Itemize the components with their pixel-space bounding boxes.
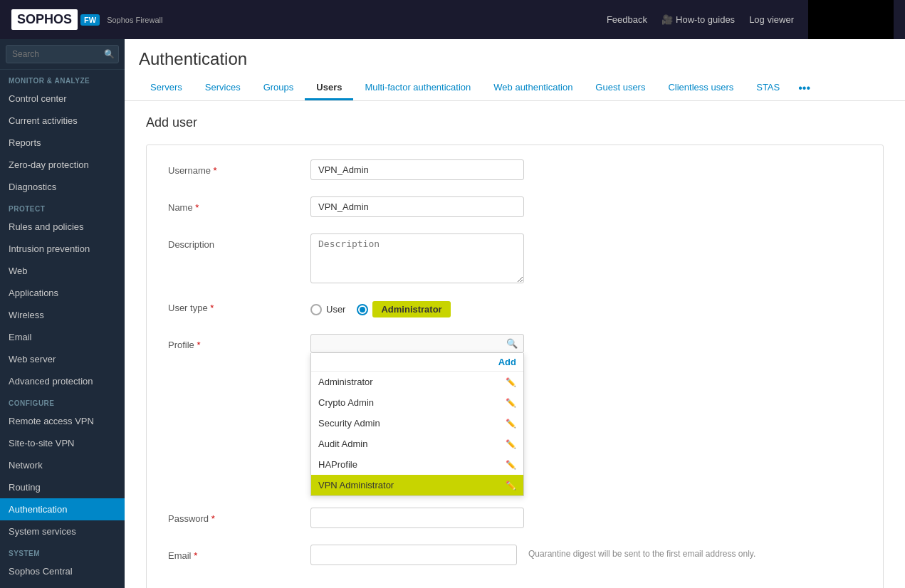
sophos-logo: SOPHOS (11, 9, 78, 30)
description-label: Description (168, 233, 310, 250)
policies-row: Policies (168, 582, 862, 588)
logo-subtitle: Sophos Firewall (107, 16, 162, 24)
tab-guest-users[interactable]: Guest users (584, 76, 656, 100)
username-input[interactable] (310, 159, 524, 180)
radio-group: User Administrator (310, 297, 862, 317)
form-card: Username Name (146, 145, 884, 588)
name-control (310, 196, 524, 217)
fw-badge: FW (80, 14, 100, 26)
profile-search-icon: 🔍 (506, 338, 518, 349)
profile-list: Add Administrator ✏️ Crypto Admin ✏️ (310, 353, 524, 496)
edit-icon-security-admin[interactable]: ✏️ (506, 419, 516, 429)
password-row: Password (168, 508, 862, 533)
profile-item-audit-admin[interactable]: Audit Admin ✏️ (311, 434, 523, 454)
edit-icon-vpn-admin[interactable]: ✏️ (506, 481, 516, 490)
tab-stas[interactable]: STAS (745, 76, 791, 100)
profile-search-box[interactable]: 🔍 (310, 334, 524, 353)
sidebar-item-site-to-site[interactable]: Site-to-site VPN (0, 432, 125, 454)
page-header: Authentication Servers Services Groups U… (125, 39, 905, 101)
sidebar-item-zero-day[interactable]: Zero-day protection (0, 154, 125, 176)
sidebar-item-network[interactable]: Network (0, 454, 125, 476)
name-row: Name (168, 196, 862, 222)
sidebar-item-intrusion[interactable]: Intrusion prevention (0, 238, 125, 260)
edit-icon-crypto-admin[interactable]: ✏️ (506, 398, 516, 408)
search-icon: 🔍 (104, 49, 115, 59)
radio-user-circle (310, 304, 322, 315)
name-input[interactable] (310, 196, 524, 217)
more-tabs-button[interactable]: ••• (791, 76, 817, 100)
password-input[interactable] (310, 508, 524, 528)
usertype-row: User type User Administrator (168, 297, 862, 322)
sidebar-item-authentication[interactable]: Authentication (0, 498, 125, 520)
tab-web-auth[interactable]: Web authentication (482, 76, 584, 100)
sidebar: 🔍 MONITOR & ANALYZE Control center Curre… (0, 39, 125, 588)
section-configure: CONFIGURE (0, 392, 125, 410)
profile-dropdown: 🔍 Add Administrator ✏️ Crypto Admi (310, 334, 524, 496)
edit-icon-haprofile[interactable]: ✏️ (506, 460, 516, 470)
profile-list-header: Add (311, 353, 523, 372)
radio-admin[interactable]: Administrator (357, 301, 450, 317)
name-label: Name (168, 196, 310, 213)
password-label: Password (168, 508, 310, 524)
sidebar-item-remote-vpn[interactable]: Remote access VPN (0, 410, 125, 432)
sidebar-item-email[interactable]: Email (0, 326, 125, 348)
sidebar-item-sophos-central[interactable]: Sophos Central (0, 560, 125, 582)
logviewer-link[interactable]: Log viewer (749, 14, 794, 25)
sidebar-item-web-server[interactable]: Web server (0, 348, 125, 370)
policies-label: Policies (168, 582, 310, 588)
video-icon: 🎥 (661, 14, 673, 25)
profile-item-crypto-admin[interactable]: Crypto Admin ✏️ (311, 392, 523, 413)
usertype-control: User Administrator (310, 297, 862, 317)
search-input[interactable] (6, 45, 119, 63)
profile-item-administrator[interactable]: Administrator ✏️ (311, 372, 523, 392)
radio-admin-circle (357, 304, 368, 315)
sidebar-item-reports[interactable]: Reports (0, 132, 125, 154)
sidebar-item-wireless[interactable]: Wireless (0, 304, 125, 326)
profile-item-haprofile[interactable]: HAProfile ✏️ (311, 454, 523, 475)
sidebar-search-container: 🔍 (0, 39, 125, 70)
sidebar-item-control-center[interactable]: Control center (0, 88, 125, 110)
sidebar-item-system-services[interactable]: System services (0, 520, 125, 542)
tabs-bar: Servers Services Groups Users Multi-fact… (139, 76, 891, 100)
sidebar-item-applications[interactable]: Applications (0, 282, 125, 304)
sidebar-item-web[interactable]: Web (0, 260, 125, 282)
description-row: Description (168, 233, 862, 285)
feedback-link[interactable]: Feedback (607, 14, 647, 25)
username-row: Username (168, 159, 862, 185)
email-input[interactable] (310, 545, 517, 565)
description-control (310, 233, 524, 285)
content-area: Authentication Servers Services Groups U… (125, 39, 905, 588)
tab-mfa[interactable]: Multi-factor authentication (353, 76, 482, 100)
username-label: Username (168, 159, 310, 176)
top-header: SOPHOS FW Sophos Firewall Feedback 🎥 How… (0, 0, 905, 39)
tab-servers[interactable]: Servers (139, 76, 194, 100)
howto-link[interactable]: 🎥 How-to guides (661, 14, 735, 25)
black-box (808, 0, 894, 39)
description-textarea[interactable] (310, 233, 524, 283)
email-label: Email (168, 545, 310, 561)
tab-clientless[interactable]: Clientless users (656, 76, 745, 100)
logo-area: SOPHOS FW Sophos Firewall (11, 9, 162, 30)
edit-icon-audit-admin[interactable]: ✏️ (506, 439, 516, 449)
tab-groups[interactable]: Groups (252, 76, 305, 100)
password-control (310, 508, 524, 528)
profile-item-vpn-admin[interactable]: VPN Administrator ✏️ (311, 475, 523, 495)
email-hint: Quarantine digest will be sent to the fi… (528, 545, 755, 559)
profile-item-security-admin[interactable]: Security Admin ✏️ (311, 413, 523, 434)
sidebar-item-rules[interactable]: Rules and policies (0, 216, 125, 238)
tab-services[interactable]: Services (194, 76, 252, 100)
profile-add-button[interactable]: Add (498, 357, 516, 367)
sidebar-item-current-activities[interactable]: Current activities (0, 110, 125, 132)
sidebar-item-diagnostics[interactable]: Diagnostics (0, 176, 125, 198)
section-system: SYSTEM (0, 542, 125, 560)
form-content: Add user Username Name (125, 101, 905, 588)
sidebar-item-routing[interactable]: Routing (0, 476, 125, 498)
edit-icon-administrator[interactable]: ✏️ (506, 377, 516, 387)
tab-users[interactable]: Users (305, 76, 353, 100)
top-nav-links: Feedback 🎥 How-to guides Log viewer (607, 0, 894, 39)
radio-admin-label: Administrator (372, 301, 450, 317)
section-monitor: MONITOR & ANALYZE (0, 70, 125, 88)
radio-user[interactable]: User (310, 304, 345, 315)
sidebar-item-advanced-protection[interactable]: Advanced protection (0, 370, 125, 392)
sidebar-item-profiles[interactable]: Profiles (0, 582, 125, 588)
